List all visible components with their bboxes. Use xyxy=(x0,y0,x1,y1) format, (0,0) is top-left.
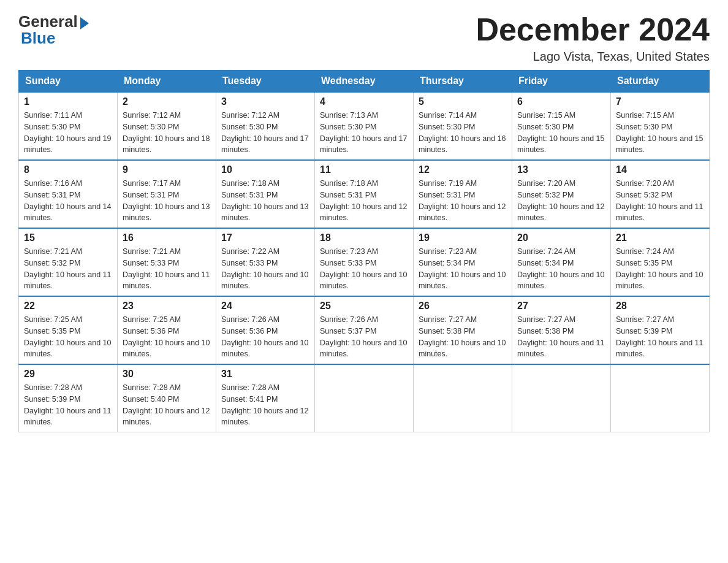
header-thursday: Thursday xyxy=(414,71,512,93)
day-number: 3 xyxy=(221,96,309,107)
calendar-cell: 15 Sunrise: 7:21 AM Sunset: 5:32 PM Dayl… xyxy=(19,228,118,296)
calendar-cell: 3 Sunrise: 7:12 AM Sunset: 5:30 PM Dayli… xyxy=(216,92,315,160)
day-number: 28 xyxy=(616,301,704,312)
day-info: Sunrise: 7:22 AM Sunset: 5:33 PM Dayligh… xyxy=(221,246,309,292)
calendar-table: Sunday Monday Tuesday Wednesday Thursday… xyxy=(18,70,710,432)
day-info: Sunrise: 7:21 AM Sunset: 5:32 PM Dayligh… xyxy=(24,246,112,292)
header-sunday: Sunday xyxy=(19,71,118,93)
calendar-cell: 19 Sunrise: 7:23 AM Sunset: 5:34 PM Dayl… xyxy=(414,228,512,296)
calendar-cell: 18 Sunrise: 7:23 AM Sunset: 5:33 PM Dayl… xyxy=(315,228,414,296)
calendar-cell: 29 Sunrise: 7:28 AM Sunset: 5:39 PM Dayl… xyxy=(19,364,118,432)
day-info: Sunrise: 7:16 AM Sunset: 5:31 PM Dayligh… xyxy=(24,178,112,224)
day-info: Sunrise: 7:15 AM Sunset: 5:30 PM Dayligh… xyxy=(616,110,704,156)
day-info: Sunrise: 7:17 AM Sunset: 5:31 PM Dayligh… xyxy=(123,178,211,224)
calendar-cell: 31 Sunrise: 7:28 AM Sunset: 5:41 PM Dayl… xyxy=(216,364,315,432)
day-info: Sunrise: 7:27 AM Sunset: 5:38 PM Dayligh… xyxy=(419,314,507,360)
day-info: Sunrise: 7:18 AM Sunset: 5:31 PM Dayligh… xyxy=(221,178,309,224)
calendar-cell: 28 Sunrise: 7:27 AM Sunset: 5:39 PM Dayl… xyxy=(611,296,710,364)
calendar-cell xyxy=(611,364,710,432)
day-number: 1 xyxy=(24,96,112,107)
day-info: Sunrise: 7:23 AM Sunset: 5:34 PM Dayligh… xyxy=(419,246,507,292)
day-info: Sunrise: 7:12 AM Sunset: 5:30 PM Dayligh… xyxy=(221,110,309,156)
calendar-cell: 20 Sunrise: 7:24 AM Sunset: 5:34 PM Dayl… xyxy=(512,228,611,296)
page-header: General Blue December 2024 Lago Vista, T… xyxy=(18,12,710,64)
day-info: Sunrise: 7:27 AM Sunset: 5:38 PM Dayligh… xyxy=(517,314,605,360)
location-title: Lago Vista, Texas, United States xyxy=(476,50,710,64)
day-info: Sunrise: 7:28 AM Sunset: 5:41 PM Dayligh… xyxy=(221,382,309,428)
day-number: 16 xyxy=(123,232,211,243)
calendar-cell xyxy=(315,364,414,432)
day-number: 7 xyxy=(616,96,704,107)
day-number: 12 xyxy=(419,164,507,175)
day-info: Sunrise: 7:14 AM Sunset: 5:30 PM Dayligh… xyxy=(419,110,507,156)
day-number: 30 xyxy=(123,369,211,380)
calendar-cell: 6 Sunrise: 7:15 AM Sunset: 5:30 PM Dayli… xyxy=(512,92,611,160)
day-info: Sunrise: 7:26 AM Sunset: 5:36 PM Dayligh… xyxy=(221,314,309,360)
day-info: Sunrise: 7:25 AM Sunset: 5:35 PM Dayligh… xyxy=(24,314,112,360)
day-info: Sunrise: 7:15 AM Sunset: 5:30 PM Dayligh… xyxy=(517,110,605,156)
logo: General Blue xyxy=(18,12,89,48)
day-number: 20 xyxy=(517,232,605,243)
calendar-cell: 30 Sunrise: 7:28 AM Sunset: 5:40 PM Dayl… xyxy=(118,364,216,432)
header-wednesday: Wednesday xyxy=(315,71,414,93)
calendar-cell: 25 Sunrise: 7:26 AM Sunset: 5:37 PM Dayl… xyxy=(315,296,414,364)
calendar-week-row: 1 Sunrise: 7:11 AM Sunset: 5:30 PM Dayli… xyxy=(19,92,710,160)
calendar-cell: 23 Sunrise: 7:25 AM Sunset: 5:36 PM Dayl… xyxy=(118,296,216,364)
calendar-cell: 11 Sunrise: 7:18 AM Sunset: 5:31 PM Dayl… xyxy=(315,160,414,228)
day-number: 2 xyxy=(123,96,211,107)
calendar-week-row: 15 Sunrise: 7:21 AM Sunset: 5:32 PM Dayl… xyxy=(19,228,710,296)
header-tuesday: Tuesday xyxy=(216,71,315,93)
calendar-cell: 26 Sunrise: 7:27 AM Sunset: 5:38 PM Dayl… xyxy=(414,296,512,364)
calendar-cell: 7 Sunrise: 7:15 AM Sunset: 5:30 PM Dayli… xyxy=(611,92,710,160)
day-number: 15 xyxy=(24,232,112,243)
day-number: 10 xyxy=(221,164,309,175)
calendar-cell: 14 Sunrise: 7:20 AM Sunset: 5:32 PM Dayl… xyxy=(611,160,710,228)
day-number: 14 xyxy=(616,164,704,175)
calendar-cell: 21 Sunrise: 7:24 AM Sunset: 5:35 PM Dayl… xyxy=(611,228,710,296)
day-number: 4 xyxy=(320,96,408,107)
day-number: 19 xyxy=(419,232,507,243)
day-info: Sunrise: 7:21 AM Sunset: 5:33 PM Dayligh… xyxy=(123,246,211,292)
logo-arrow-icon xyxy=(80,17,89,29)
calendar-cell: 22 Sunrise: 7:25 AM Sunset: 5:35 PM Dayl… xyxy=(19,296,118,364)
day-info: Sunrise: 7:28 AM Sunset: 5:39 PM Dayligh… xyxy=(24,382,112,428)
calendar-week-row: 29 Sunrise: 7:28 AM Sunset: 5:39 PM Dayl… xyxy=(19,364,710,432)
day-number: 6 xyxy=(517,96,605,107)
calendar-cell: 17 Sunrise: 7:22 AM Sunset: 5:33 PM Dayl… xyxy=(216,228,315,296)
day-number: 5 xyxy=(419,96,507,107)
calendar-cell: 24 Sunrise: 7:26 AM Sunset: 5:36 PM Dayl… xyxy=(216,296,315,364)
calendar-cell: 27 Sunrise: 7:27 AM Sunset: 5:38 PM Dayl… xyxy=(512,296,611,364)
day-info: Sunrise: 7:20 AM Sunset: 5:32 PM Dayligh… xyxy=(616,178,704,224)
logo-blue-text: Blue xyxy=(21,29,55,48)
day-info: Sunrise: 7:20 AM Sunset: 5:32 PM Dayligh… xyxy=(517,178,605,224)
day-info: Sunrise: 7:24 AM Sunset: 5:35 PM Dayligh… xyxy=(616,246,704,292)
calendar-cell xyxy=(414,364,512,432)
calendar-cell: 2 Sunrise: 7:12 AM Sunset: 5:30 PM Dayli… xyxy=(118,92,216,160)
header-friday: Friday xyxy=(512,71,611,93)
calendar-cell: 10 Sunrise: 7:18 AM Sunset: 5:31 PM Dayl… xyxy=(216,160,315,228)
header-monday: Monday xyxy=(118,71,216,93)
calendar-week-row: 22 Sunrise: 7:25 AM Sunset: 5:35 PM Dayl… xyxy=(19,296,710,364)
day-number: 13 xyxy=(517,164,605,175)
day-info: Sunrise: 7:18 AM Sunset: 5:31 PM Dayligh… xyxy=(320,178,408,224)
day-info: Sunrise: 7:12 AM Sunset: 5:30 PM Dayligh… xyxy=(123,110,211,156)
day-number: 22 xyxy=(24,301,112,312)
day-number: 18 xyxy=(320,232,408,243)
day-number: 25 xyxy=(320,301,408,312)
day-info: Sunrise: 7:24 AM Sunset: 5:34 PM Dayligh… xyxy=(517,246,605,292)
title-section: December 2024 Lago Vista, Texas, United … xyxy=(476,12,710,64)
month-title: December 2024 xyxy=(476,12,710,47)
calendar-header-row: Sunday Monday Tuesday Wednesday Thursday… xyxy=(19,71,710,93)
day-info: Sunrise: 7:23 AM Sunset: 5:33 PM Dayligh… xyxy=(320,246,408,292)
day-number: 8 xyxy=(24,164,112,175)
day-number: 29 xyxy=(24,369,112,380)
day-info: Sunrise: 7:13 AM Sunset: 5:30 PM Dayligh… xyxy=(320,110,408,156)
calendar-cell xyxy=(512,364,611,432)
day-number: 21 xyxy=(616,232,704,243)
day-info: Sunrise: 7:27 AM Sunset: 5:39 PM Dayligh… xyxy=(616,314,704,360)
day-number: 24 xyxy=(221,301,309,312)
day-number: 26 xyxy=(419,301,507,312)
day-number: 23 xyxy=(123,301,211,312)
calendar-cell: 9 Sunrise: 7:17 AM Sunset: 5:31 PM Dayli… xyxy=(118,160,216,228)
day-info: Sunrise: 7:28 AM Sunset: 5:40 PM Dayligh… xyxy=(123,382,211,428)
